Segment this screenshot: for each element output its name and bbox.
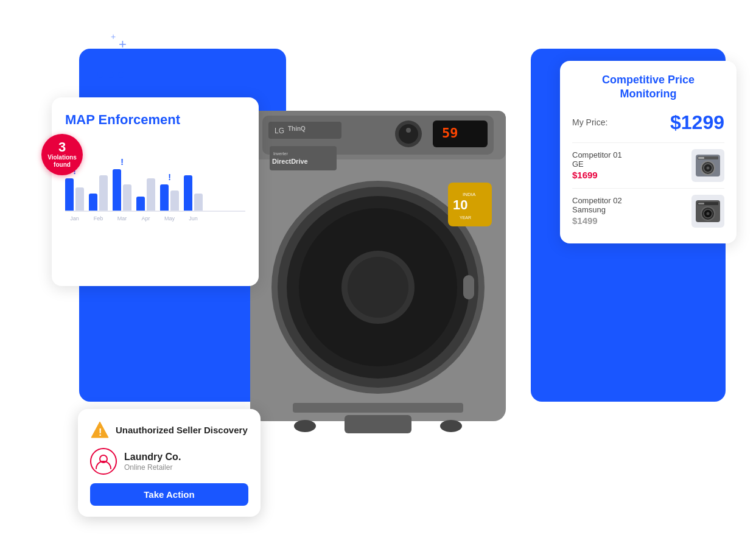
label-5: May	[160, 215, 179, 222]
take-action-button[interactable]: Take Action	[90, 483, 248, 506]
bar-gray-4	[147, 178, 155, 212]
unauthorized-seller-card: ! Unauthorized Seller Discovery Laundry …	[78, 409, 261, 517]
violations-label2: found	[54, 161, 71, 169]
svg-rect-31	[345, 415, 411, 433]
bar-group-6: !	[184, 163, 203, 212]
bar-gray-5	[170, 190, 179, 212]
svg-text:LG: LG	[275, 127, 284, 135]
svg-rect-21	[433, 121, 488, 147]
label-3: Mar	[113, 215, 131, 222]
svg-point-33	[440, 420, 462, 432]
bar-blue-4	[136, 197, 145, 212]
svg-text:10: 10	[453, 197, 467, 212]
svg-point-19	[399, 124, 418, 144]
map-enforcement-card: MAP Enforcement ! ! !	[52, 97, 259, 286]
warning-icon: !	[90, 420, 110, 439]
svg-text:59: 59	[442, 125, 458, 141]
violations-label1: Violations	[47, 154, 77, 161]
competitor-1-brand: GE	[572, 159, 691, 169]
svg-point-28	[348, 257, 408, 318]
svg-text:!: !	[99, 427, 102, 438]
price-monitoring-card: Competitive Price Monitoring My Price: $…	[560, 61, 737, 243]
bar-gray-1	[75, 187, 84, 212]
map-card-title: MAP Enforcement	[65, 112, 245, 128]
bar-blue-2	[89, 194, 97, 212]
competitor-2-name: Competitor 02	[572, 196, 691, 205]
svg-rect-30	[293, 403, 463, 413]
bar-gray-6	[194, 194, 203, 212]
seller-avatar	[90, 448, 117, 475]
svg-text:INDIA: INDIA	[463, 192, 476, 197]
seller-type: Online Retailer	[124, 463, 181, 472]
competitor-row-2: Competitor 02 Samsung $1499	[572, 188, 724, 234]
competitor-2-brand: Samsung	[572, 205, 691, 214]
bar-group-3: !	[113, 157, 131, 212]
violations-badge: 3 Violations found	[41, 134, 83, 175]
bar-pair-1	[65, 178, 84, 212]
my-price-label: My Price:	[572, 117, 607, 127]
violations-number: 3	[58, 141, 66, 154]
svg-point-20	[406, 128, 411, 133]
competitor-1-image	[695, 152, 721, 179]
competitor-1-thumbnail	[691, 149, 724, 182]
price-card-title: Competitive Price Monitoring	[572, 73, 724, 102]
bar-pair-5	[160, 184, 179, 212]
plus-decoration-small: +	[111, 32, 116, 41]
bar-pair-4	[136, 178, 155, 212]
bar-pair-6	[184, 175, 203, 212]
map-chart: ! ! ! !	[65, 139, 245, 212]
svg-rect-5	[698, 157, 704, 159]
svg-text:Inverter: Inverter	[273, 152, 288, 156]
bar-group-2: !	[89, 163, 108, 212]
bar-blue-3	[113, 169, 121, 212]
bar-blue-6	[184, 175, 192, 212]
seller-card-header: ! Unauthorized Seller Discovery	[90, 420, 248, 439]
competitor-1-name: Competitor 01	[572, 150, 691, 159]
my-price-row: My Price: $1299	[572, 111, 724, 134]
exclaim-5: !	[168, 172, 171, 182]
competitor-1-info: Competitor 01 GE $1699	[572, 150, 691, 180]
competitor-2-thumbnail	[691, 195, 724, 228]
label-4: Apr	[136, 215, 155, 222]
seller-card-title: Unauthorized Seller Discovery	[116, 425, 248, 435]
main-product-image: LG ThinQ 59 Inverter DirectDrive INDIA 1…	[226, 86, 530, 452]
bar-blue-1	[65, 178, 74, 212]
svg-point-10	[707, 212, 710, 215]
svg-text:ThinQ: ThinQ	[288, 125, 306, 132]
dot-2	[108, 72, 114, 78]
competitor-2-info: Competitor 02 Samsung $1499	[572, 196, 691, 226]
seller-name: Laundry Co.	[124, 452, 181, 463]
svg-point-4	[707, 166, 710, 169]
svg-point-32	[294, 420, 316, 432]
chart-baseline	[65, 211, 245, 212]
dots-decoration	[97, 72, 124, 78]
chart-x-labels: Jan Feb Mar Apr May Jun	[65, 215, 245, 222]
plus-decoration: +	[119, 37, 127, 52]
svg-rect-29	[463, 275, 474, 299]
label-1: Jan	[65, 215, 84, 222]
seller-avatar-icon	[95, 453, 112, 470]
exclaim-3: !	[121, 157, 124, 167]
competitor-1-price: $1699	[572, 170, 691, 180]
bar-gray-3	[123, 184, 131, 212]
seller-details: Laundry Co. Online Retailer	[124, 452, 181, 472]
label-6: Jun	[184, 215, 203, 222]
svg-rect-11	[698, 203, 704, 204]
bar-blue-5	[160, 184, 169, 212]
washing-machine-svg: LG ThinQ 59 Inverter DirectDrive INDIA 1…	[232, 93, 524, 445]
seller-info-row: Laundry Co. Online Retailer	[90, 448, 248, 475]
dot-3	[118, 72, 124, 78]
bar-gray-2	[99, 175, 108, 212]
svg-text:YEAR: YEAR	[460, 215, 471, 220]
bar-pair-3	[113, 169, 131, 212]
label-2: Feb	[89, 215, 108, 222]
competitor-row-1: Competitor 01 GE $1699	[572, 142, 724, 188]
competitor-2-image	[695, 198, 721, 225]
bar-group-5: !	[160, 172, 179, 212]
svg-text:DirectDrive: DirectDrive	[272, 158, 308, 165]
my-price-value: $1299	[670, 111, 724, 134]
dot-1	[97, 72, 103, 78]
competitor-2-price: $1499	[572, 215, 691, 226]
bar-group-4: !	[136, 166, 155, 212]
bar-pair-2	[89, 175, 108, 212]
